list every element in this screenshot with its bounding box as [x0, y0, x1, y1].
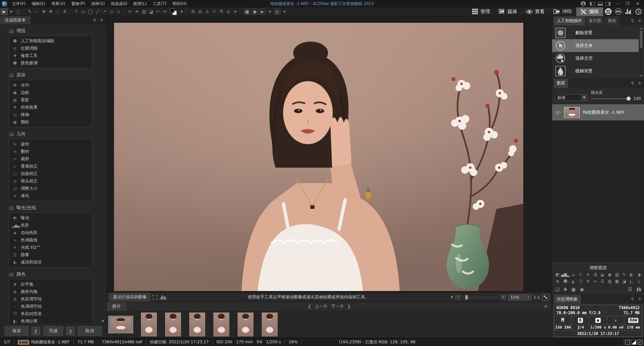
menu-item[interactable]: 图层(L) — [130, 0, 150, 8]
actual-size-label[interactable]: 1:1 — [534, 295, 540, 300]
tips-icon[interactable]: ☼ — [211, 8, 218, 15]
mode-media-button[interactable]: 媒体 — [494, 7, 522, 16]
filter-item[interactable]: ◩曝光 — [9, 214, 92, 222]
filter-item[interactable]: ∿色调曲线 — [9, 236, 92, 244]
adj-split-tone-icon[interactable]: ◐ — [630, 273, 633, 277]
adj-mirror-icon[interactable]: ◪ — [622, 279, 626, 284]
zoom-settings-icon[interactable]: ⚙ — [190, 8, 197, 15]
gradient-tool-icon[interactable]: ▤ — [141, 8, 148, 15]
menu-item[interactable]: 帮助(H) — [169, 0, 190, 8]
toolbar-separator[interactable] — [69, 9, 72, 15]
adj-vignette-icon[interactable]: ▩ — [615, 279, 619, 284]
checked-view-icon[interactable]: ✓ — [638, 340, 643, 345]
adj-glasses-icon[interactable]: ∞ — [593, 279, 596, 284]
save-button[interactable]: 保存 — [5, 326, 29, 336]
find-caret-icon[interactable]: ▾ — [232, 8, 239, 15]
restore-button[interactable]: ❐ — [625, 1, 631, 6]
cut-tool-icon[interactable]: ✄ — [155, 8, 162, 15]
filter-item[interactable]: ▢扭曲校正 — [9, 170, 92, 177]
stop-record-icon[interactable]: ■ — [244, 9, 250, 15]
close-button[interactable]: ✕ — [635, 1, 641, 6]
magic-wand-icon[interactable]: ✲ — [61, 8, 68, 15]
filmstrip-thumbnail[interactable] — [108, 316, 133, 333]
layout-left-pane-icon[interactable] — [590, 2, 595, 6]
effects-lab-icon[interactable]: ⚗ — [218, 8, 225, 15]
ellipse-tool-icon[interactable]: ◯ — [87, 8, 94, 15]
record-icon[interactable]: ● — [252, 9, 258, 15]
filter-item[interactable]: ◎镜头校正 — [9, 177, 92, 185]
refine-selection-icon[interactable]: ❖ — [40, 8, 47, 15]
layout-right-pane-icon[interactable] — [605, 2, 610, 6]
menu-item[interactable]: 工具(T) — [150, 0, 169, 8]
previous-chevron-icon[interactable]: ❮ — [306, 304, 313, 309]
adj-curves-icon[interactable]: ⊿ — [572, 273, 575, 277]
adj-contrast-icon[interactable]: ◑ — [637, 273, 640, 277]
cancel-button[interactable]: 取消 — [78, 326, 102, 336]
move-tool-icon[interactable]: ➤ — [8, 8, 15, 15]
section-header-color[interactable]: 颜色 — [0, 269, 106, 279]
dashboard-icon[interactable] — [623, 7, 633, 16]
filmstrip-thumbnail[interactable] — [189, 312, 206, 337]
filter-item[interactable]: ◧色调分离 — [9, 318, 92, 324]
filter-item[interactable]: ☻人工智能面容编辑 — [9, 37, 92, 45]
section-header-add[interactable]: 添加 — [0, 70, 106, 80]
adj-color-wheels-icon[interactable]: ◉ — [608, 273, 611, 277]
filter-item[interactable]: ∴色调调节轮 — [9, 303, 92, 310]
adj-effects-icon[interactable]: ✲ — [586, 279, 589, 284]
filter-item[interactable]: ◈自动色阶 — [9, 229, 92, 236]
toolbar-separator[interactable] — [186, 9, 189, 15]
previous-image-button[interactable]: ❮ — [32, 327, 40, 335]
notify-icon[interactable]: ♙ — [204, 8, 211, 15]
close-icon[interactable]: ✕ — [638, 18, 641, 23]
close-icon[interactable]: ✕ — [100, 18, 103, 22]
find-icon[interactable]: ☌ — [225, 8, 232, 15]
panel-tab[interactable]: 颜色 — [605, 16, 620, 25]
menu-item[interactable]: 文件(F) — [9, 0, 29, 8]
adj-dodge-burn-icon[interactable]: ✎ — [623, 273, 626, 277]
filter-item[interactable]: ❒色彩对照表 — [9, 310, 92, 318]
play-icon[interactable]: ▶ — [259, 9, 266, 15]
filmstrip-thumbnail[interactable] — [165, 312, 181, 337]
pin-icon[interactable]: ⚲ — [93, 18, 96, 22]
adj-exposure-icon[interactable]: ◩ — [556, 273, 559, 277]
swatch-caret-icon[interactable]: ▾ — [178, 8, 185, 15]
scroll-up-icon[interactable]: ▲ — [640, 27, 643, 30]
add-plugin-icon[interactable]: ⊕ — [197, 8, 204, 15]
zoom-level-select[interactable]: 15% ▾ — [508, 294, 532, 301]
section-header-enhance[interactable]: 增强 — [0, 26, 106, 36]
ai-remove-background[interactable]: 删除背景 — [552, 26, 639, 39]
toolbar-separator[interactable] — [240, 9, 242, 15]
filter-item[interactable]: ▣边框 — [9, 89, 92, 96]
filmstrip-thumbnail[interactable] — [141, 312, 157, 337]
eraser-tool-icon[interactable]: ◪ — [148, 8, 155, 15]
close-icon[interactable]: ✕ — [638, 81, 641, 85]
adj-blur-icon[interactable]: ❍ — [579, 279, 582, 284]
layout-bottom-pane-icon[interactable] — [598, 2, 603, 6]
zoom-slider[interactable] — [463, 297, 498, 298]
filter-item[interactable]: ☰除雾 — [9, 251, 92, 258]
panel-menu-icon[interactable]: ☰ — [628, 287, 632, 292]
split-view-icon[interactable] — [631, 340, 636, 345]
next-chevron-icon[interactable]: ❯ — [345, 304, 353, 309]
ai-select-subject[interactable]: 选择主体 — [552, 39, 639, 52]
filmstrip-thumbnail[interactable] — [237, 312, 254, 337]
move-selection-icon[interactable]: ✥ — [47, 8, 54, 15]
filter-item[interactable]: ❋白平衡 — [9, 281, 92, 288]
tab-info-palette[interactable]: 信息调色板 — [554, 295, 581, 304]
filter-item[interactable]: ☻肤色微调 — [9, 59, 92, 67]
layer-thumbnail[interactable] — [564, 107, 580, 118]
filter-item[interactable]: ◫移轴 — [9, 111, 92, 118]
marquee-select-icon[interactable]: ▢ — [15, 8, 22, 15]
marker-tool-icon[interactable]: ✒ — [133, 8, 141, 15]
adj-levels-icon[interactable]: ▄▆▂ — [561, 273, 570, 277]
adj-dehaze-icon[interactable]: ☰ — [600, 279, 604, 284]
pin-icon[interactable]: ⚲ — [631, 297, 634, 301]
scrollbar[interactable]: ▲ ▼ — [639, 26, 643, 78]
filter-item[interactable]: ❏调整大小 — [9, 185, 92, 192]
filter-item[interactable]: ✲特殊效果 — [9, 104, 92, 111]
selection-pencil-icon[interactable]: ✎ — [26, 8, 33, 15]
layer-visibility-eye-icon[interactable] — [555, 110, 561, 115]
menu-item[interactable]: 查看(V) — [48, 0, 68, 8]
tab-filmstrip[interactable]: 胶片 — [107, 302, 126, 311]
panel-tab[interactable]: 人工智能操作 — [554, 16, 585, 25]
